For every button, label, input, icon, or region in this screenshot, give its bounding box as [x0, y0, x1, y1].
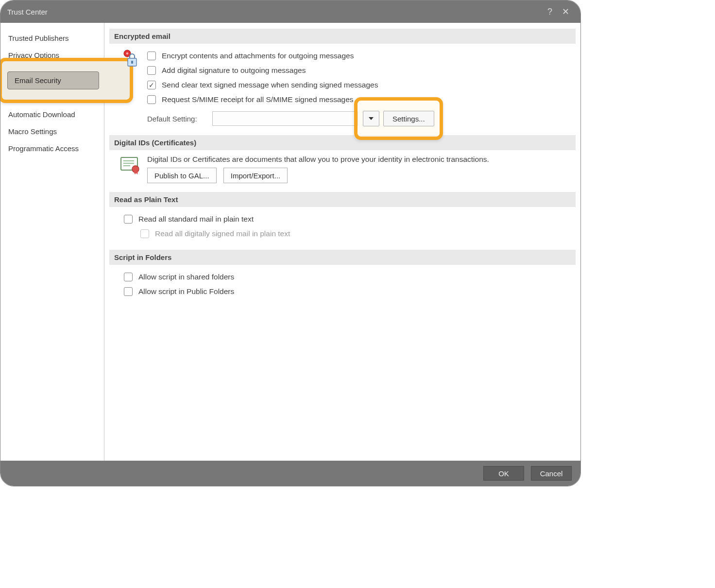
- content-panel: Encrypted email: [104, 23, 580, 461]
- checkbox-icon: [140, 229, 149, 238]
- section-header-script-folders: Script in Folders: [109, 250, 576, 265]
- checkbox-encrypt-contents[interactable]: Encrypt contents and attachments for out…: [147, 49, 572, 63]
- sidebar: Trusted Publishers Privacy Options Email…: [0, 23, 104, 461]
- checkbox-script-shared-folders[interactable]: Allow script in shared folders: [124, 270, 572, 284]
- svg-point-1: [126, 52, 129, 55]
- publish-to-gal-button[interactable]: Publish to GAL...: [147, 168, 217, 183]
- window-title: Trust Center: [7, 8, 543, 16]
- checkbox-read-standard-plain[interactable]: Read all standard mail in plain text: [124, 212, 572, 226]
- checkbox-read-signed-plain: Read all digitally signed mail in plain …: [140, 226, 572, 241]
- sidebar-item-automatic-download[interactable]: Automatic Download: [0, 106, 104, 123]
- checkbox-icon: [147, 66, 156, 75]
- sidebar-item-email-security-highlight: Email Security: [0, 71, 104, 89]
- checkbox-icon: [124, 273, 133, 281]
- import-export-button[interactable]: Import/Export...: [223, 168, 288, 183]
- checkbox-add-digital-signature[interactable]: Add digital signature to outgoing messag…: [147, 63, 572, 78]
- default-setting-label: Default Setting:: [147, 115, 204, 123]
- section-header-encrypted-email: Encrypted email: [109, 29, 576, 44]
- checkbox-icon: [147, 81, 156, 89]
- sidebar-item-email-security[interactable]: Email Security: [7, 71, 99, 89]
- default-setting-dropdown[interactable]: [212, 111, 358, 126]
- trust-center-dialog: Trust Center ? ✕ Trusted Publishers Priv…: [0, 0, 581, 486]
- sidebar-item-trusted-publishers[interactable]: Trusted Publishers: [0, 30, 104, 47]
- checkbox-icon: [147, 95, 156, 104]
- svg-rect-3: [131, 61, 133, 64]
- titlebar: Trust Center ? ✕: [0, 0, 580, 23]
- lock-pin-icon: [122, 50, 138, 70]
- sidebar-item-programmatic-access[interactable]: Programmatic Access: [0, 140, 104, 157]
- section-header-plain-text: Read as Plain Text: [109, 192, 576, 207]
- checkbox-icon: [124, 287, 133, 296]
- ok-button[interactable]: OK: [483, 466, 524, 481]
- dropdown-toggle-button[interactable]: [363, 111, 379, 126]
- checkbox-icon: [147, 52, 156, 60]
- certificate-icon: [119, 156, 141, 176]
- dialog-footer: OK Cancel: [0, 461, 580, 486]
- close-icon[interactable]: ✕: [557, 7, 574, 16]
- checkbox-icon: [124, 215, 133, 224]
- checkbox-send-clear-text[interactable]: Send clear text signed message when send…: [147, 78, 572, 92]
- help-icon[interactable]: ?: [543, 7, 557, 17]
- checkbox-script-public-folders[interactable]: Allow script in Public Folders: [124, 284, 572, 299]
- digital-ids-description: Digital IDs or Certificates are document…: [147, 155, 572, 164]
- sidebar-item-macro-settings[interactable]: Macro Settings: [0, 123, 104, 140]
- settings-button[interactable]: Settings...: [383, 111, 434, 126]
- section-header-digital-ids: Digital IDs (Certificates): [109, 135, 576, 150]
- cancel-button[interactable]: Cancel: [531, 466, 572, 481]
- chevron-down-icon: [369, 117, 374, 120]
